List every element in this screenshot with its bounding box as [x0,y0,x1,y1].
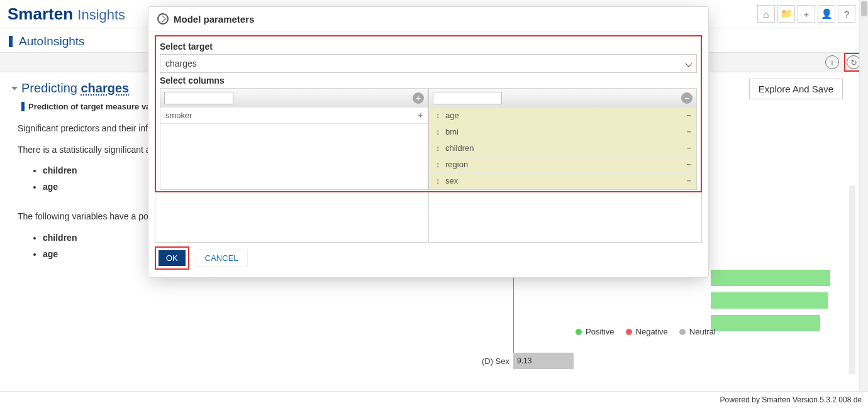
selected-column-item[interactable]: ↕ region − [429,157,696,173]
dialog-header: Model parameters [148,7,708,31]
drag-icon[interactable]: ↕ [434,160,442,169]
accent-bar [9,36,13,47]
select-target-label: Select target [160,41,697,52]
add-all-icon[interactable]: + [413,92,424,104]
dialog-footer: OK CANCEL [148,245,708,270]
remove-icon[interactable]: − [686,127,691,136]
cancel-button[interactable]: CANCEL [196,250,248,267]
dot-icon [576,329,582,335]
chart-legend: Positive Negative Neutral [576,327,716,336]
select-columns-label: Select columns [160,75,697,85]
target-select[interactable]: charges [160,54,697,73]
help-icon[interactable]: ? [838,5,855,23]
column-picker-footer [155,192,702,243]
selected-column-item[interactable]: ↕ bmi − [429,124,696,140]
legend-neutral: Neutral [679,327,716,336]
user-icon[interactable]: 👤 [818,5,835,23]
ok-button[interactable]: OK [159,250,186,266]
page-title: AutoInsights [19,35,85,48]
selected-columns-pane: − ↕ age − ↕ bmi − ↕ children [428,88,697,190]
footer: Powered by Smarten Version 5.3.2 008 de [0,391,868,408]
plus-icon[interactable]: + [798,5,815,23]
dot-icon [626,329,632,335]
parameters-highlight: Select target charges Select columns + s… [155,35,702,192]
column-picker: + smoker + − ↕ age [160,88,697,190]
drag-icon[interactable]: ↕ [434,143,442,153]
available-filter-input[interactable] [164,92,233,104]
remove-icon[interactable]: − [686,111,691,120]
ok-highlight: OK [155,246,189,270]
selected-column-item[interactable]: ↕ sex − [429,173,696,189]
info-icon[interactable]: i [825,55,839,69]
folder-icon[interactable]: 📁 [777,5,795,23]
selected-pane-head: − [429,89,696,108]
drag-icon[interactable]: ↕ [434,176,442,185]
selected-column-item[interactable]: ↕ children − [429,140,696,157]
predicting-title: Predicting charges [21,81,129,96]
dialog-title: Model parameters [174,14,254,25]
add-icon[interactable]: + [418,111,423,120]
available-column-item[interactable]: smoker + [160,108,428,124]
home-icon[interactable]: ⌂ [757,5,775,23]
selected-filter-input[interactable] [433,92,502,104]
dialog-body: Select target charges Select columns + s… [148,31,708,245]
collapse-caret-icon[interactable] [11,87,18,91]
chart-bar-2 [711,292,828,309]
predicting-target: charges [81,81,130,95]
top-icon-row: ⌂ 📁 + 👤 ? [757,5,863,23]
available-pane-head: + [160,89,428,108]
model-parameters-dialog: Model parameters Select target charges S… [148,6,709,278]
accent-bar-small [21,102,25,111]
gear-icon [157,13,169,25]
remove-all-icon[interactable]: − [681,92,693,104]
brand-sub: Insights [77,7,125,23]
dot-icon [679,329,686,335]
drag-icon[interactable]: ↕ [434,111,442,120]
chart-bar-3 [711,315,820,331]
selected-column-item[interactable]: ↕ age − [429,108,696,124]
drag-icon[interactable]: ↕ [434,127,442,136]
chart-bar-1 [711,270,830,286]
remove-icon[interactable]: − [686,176,691,185]
legend-negative: Negative [626,327,668,336]
remove-icon[interactable]: − [686,160,691,169]
inner-scrollbar[interactable] [849,185,855,374]
chart-bar-sex: (D) Sex 9.13 [478,353,574,369]
chevron-down-icon [685,60,692,67]
available-columns-pane: + smoker + [160,88,428,190]
remove-icon[interactable]: − [686,143,691,153]
brand-logo: Smarten Insights [5,4,125,24]
brand-main: Smarten [8,4,73,23]
explore-and-save-button[interactable]: Explore And Save [749,79,843,99]
refresh-icon[interactable]: ↻ [847,55,860,69]
legend-positive: Positive [576,327,615,336]
